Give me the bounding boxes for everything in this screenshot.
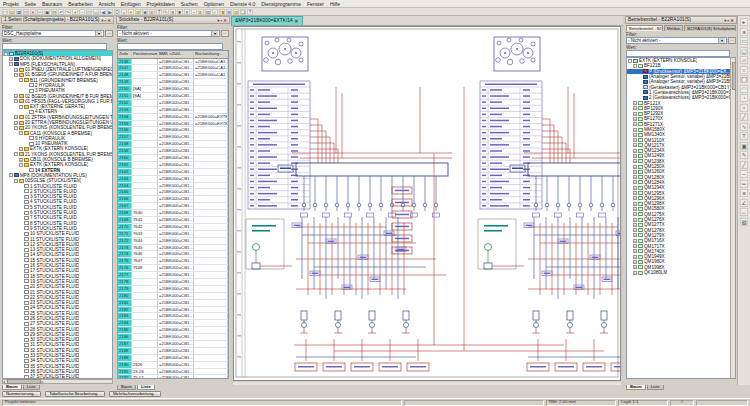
- table-row[interactable]: 2150[SA]=21BK000=CB1...: [118, 86, 228, 93]
- expander-icon[interactable]: +: [633, 122, 637, 126]
- pages-panel-titlebar[interactable]: 1 Seiten (Schaltplanprojekte) - B22RA101…: [1, 16, 114, 24]
- column-header[interactable]: BMK <Zähl...: [158, 51, 194, 58]
- expander-icon[interactable]: +: [633, 112, 637, 116]
- sector-icon[interactable]: ◔: [740, 94, 748, 102]
- menu-item[interactable]: Hilfe: [327, 1, 343, 7]
- help-icon[interactable]: ?: [247, 9, 253, 15]
- pages-filter-select[interactable]: DSC_Hauptplatine ▾: [2, 30, 104, 37]
- zoom-window-icon[interactable]: ◱: [86, 9, 92, 15]
- menu-item[interactable]: Bauraum: [39, 1, 65, 7]
- expander-icon[interactable]: +: [633, 207, 637, 211]
- connect-icon[interactable]: ⌁: [191, 9, 197, 15]
- expander-icon[interactable]: +: [633, 255, 637, 259]
- menu-item[interactable]: Seite: [22, 1, 39, 7]
- terminal-icon[interactable]: ◉: [142, 9, 148, 15]
- menu-item[interactable]: Projektdaten: [144, 1, 178, 7]
- expander-icon[interactable]: +: [633, 233, 637, 237]
- devices-panel-titlebar[interactable]: Betriebsmittel - B22RA101(S) ▾ ▪ ✕: [625, 16, 737, 24]
- table-row[interactable]: 2180=21BK000=CB1...: [118, 293, 228, 300]
- table-row[interactable]: 2178=21BK000=CB1...: [118, 279, 228, 286]
- next-page-icon[interactable]: ▶: [107, 9, 113, 15]
- chevron-down-icon[interactable]: ▾: [724, 18, 726, 23]
- redo-icon[interactable]: ↷: [65, 9, 71, 15]
- expander-icon[interactable]: +: [633, 149, 637, 153]
- table-row[interactable]: 21717643=21BK000=CB1...: [118, 231, 228, 238]
- menu-item[interactable]: Optionen: [201, 1, 227, 7]
- rectangle-icon[interactable]: ▭: [740, 37, 748, 45]
- zoom-out-icon[interactable]: −: [79, 9, 85, 15]
- device-icon[interactable]: ▦: [135, 9, 141, 15]
- pin-icon[interactable]: ▪: [221, 18, 223, 23]
- chevron-down-icon[interactable]: ▾: [217, 18, 219, 23]
- expander-icon[interactable]: −: [14, 73, 18, 77]
- view-tab[interactable]: Baum: [626, 385, 646, 390]
- table-row[interactable]: 2186=21BK000=CB1...: [118, 334, 228, 341]
- table-row[interactable]: 21902326=21BK000=CB1...: [118, 362, 228, 369]
- menu-item[interactable]: Bearbeiten: [65, 1, 95, 7]
- table-row[interactable]: 2157=21BK000=CB1...: [118, 134, 228, 141]
- table-row[interactable]: 21757647=21BK000=CB1...: [118, 258, 228, 265]
- select-icon[interactable]: ▸: [740, 18, 748, 26]
- expander-icon[interactable]: +: [633, 218, 637, 222]
- table-row[interactable]: 2158=21BK000=CB1...: [118, 141, 228, 148]
- devices-panel-tab[interactable]: B22RA101(S) Schaltplanmakr...: [684, 25, 736, 31]
- table-row[interactable]: 219225-01=21BK000=CB1...: [118, 375, 228, 379]
- macro-icon[interactable]: ◨: [219, 9, 225, 15]
- table-row[interactable]: 2189=21BK000=CB1...: [118, 355, 228, 362]
- window-icon[interactable]: ❏: [240, 9, 246, 15]
- view-tab[interactable]: Liste: [23, 385, 40, 390]
- expander-icon[interactable]: +: [633, 117, 637, 121]
- angle-icon[interactable]: ∠: [740, 199, 748, 207]
- symbol-icon[interactable]: ✦: [128, 9, 134, 15]
- table-row[interactable]: 21687640=21BK000=CB1...: [118, 210, 228, 217]
- expander-icon[interactable]: −: [628, 59, 632, 63]
- expander-icon[interactable]: +: [14, 121, 18, 125]
- copy-icon[interactable]: ▣: [44, 9, 50, 15]
- image-icon[interactable]: ▣: [740, 142, 748, 150]
- expander-icon[interactable]: +: [633, 133, 637, 137]
- table-row[interactable]: 21707642=21BK000=CB1...: [118, 224, 228, 231]
- chevron-down-icon[interactable]: ▾: [101, 18, 103, 23]
- expander-icon[interactable]: +: [633, 212, 637, 216]
- schematic-canvas[interactable]: [233, 26, 621, 381]
- navigator-icon[interactable]: ◧: [198, 9, 204, 15]
- cut-icon[interactable]: ✂: [37, 9, 43, 15]
- column-header[interactable]: Positionsnumm...: [132, 51, 158, 58]
- expander-icon[interactable]: +: [633, 175, 637, 179]
- table-row[interactable]: 2160=21BK000=CB1...: [118, 155, 228, 162]
- arc-icon[interactable]: ◠: [740, 85, 748, 93]
- table-row[interactable]: 2153=21BK000=CB1...: [118, 107, 228, 114]
- table-row[interactable]: 2156=21BK000=CB1...: [118, 127, 228, 134]
- chevron-down-icon[interactable]: ▾: [718, 38, 725, 43]
- chevron-down-icon[interactable]: ▾: [95, 31, 102, 36]
- close-tab-icon[interactable]: ✕: [295, 18, 299, 24]
- table-row[interactable]: 2185=21BK000=CB1...: [118, 327, 228, 334]
- table-row[interactable]: 2155=21BK000=CB1...=21BK000=EXTK: [118, 121, 228, 128]
- expander-icon[interactable]: −: [14, 152, 18, 156]
- plc-icon[interactable]: ▥: [226, 9, 232, 15]
- cable-icon[interactable]: ≋: [149, 9, 155, 15]
- table-row[interactable]: 2152=21BK000=CB1...: [118, 100, 228, 107]
- delete-icon[interactable]: ✕: [170, 9, 176, 15]
- filter-more-button[interactable]: ...: [221, 30, 229, 37]
- report-icon[interactable]: ▤: [205, 9, 211, 15]
- table-row[interactable]: 2159=21BK000=CB1...: [118, 148, 228, 155]
- expander-icon[interactable]: +: [19, 158, 23, 162]
- view-tab[interactable]: Liste: [137, 385, 155, 390]
- save-icon[interactable]: ▦: [16, 9, 22, 15]
- parts-icon[interactable]: ▦: [233, 9, 239, 15]
- circle-icon[interactable]: ○: [740, 66, 748, 74]
- edit-icon[interactable]: ✎: [163, 9, 169, 15]
- view-tab[interactable]: Liste: [647, 385, 664, 390]
- menu-item[interactable]: Suchen: [178, 1, 201, 7]
- expander-icon[interactable]: −: [9, 173, 13, 177]
- filter-more-button[interactable]: ...: [105, 30, 113, 37]
- table-row[interactable]: 21727644=21BK000=CB1...: [118, 238, 228, 245]
- devices-wert-input[interactable]: [626, 50, 730, 57]
- menu-item[interactable]: Fenster: [304, 1, 327, 7]
- expander-icon[interactable]: +: [633, 223, 637, 227]
- menu-item[interactable]: Projekt: [0, 1, 22, 7]
- line-icon[interactable]: ╱: [740, 113, 748, 121]
- expander-icon[interactable]: +: [19, 147, 23, 151]
- table-row[interactable]: 2188=21BK000=CB1...: [118, 348, 228, 355]
